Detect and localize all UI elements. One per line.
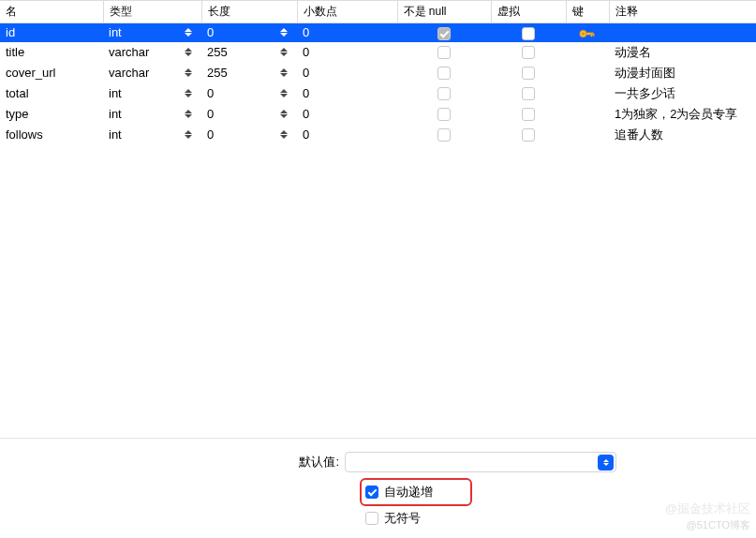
cell-key[interactable] xyxy=(566,125,609,145)
cell-length[interactable]: 0 xyxy=(201,125,297,145)
virtual-checkbox[interactable] xyxy=(522,46,535,59)
unsigned-checkbox[interactable] xyxy=(365,512,378,525)
cell-comment[interactable]: 动漫名 xyxy=(609,42,756,63)
cell-name[interactable]: total xyxy=(0,83,103,104)
cell-virtual xyxy=(491,83,566,104)
length-stepper-icon[interactable] xyxy=(280,45,289,58)
cell-notnull xyxy=(397,125,491,145)
cell-key[interactable] xyxy=(566,23,609,42)
length-stepper-icon[interactable] xyxy=(280,25,289,38)
cell-comment[interactable]: 追番人数 xyxy=(609,125,756,145)
table-row[interactable]: typeint001为独家，2为会员专享 xyxy=(0,104,756,125)
cell-name[interactable]: cover_url xyxy=(0,63,103,83)
watermark-text-2: @掘金技术社区 xyxy=(665,501,750,517)
fields-table: 名 类型 长度 小数点 不是 null 虚拟 键 注释 idint00title… xyxy=(0,0,756,145)
type-stepper-icon[interactable] xyxy=(185,107,194,120)
cell-decimal[interactable]: 0 xyxy=(297,104,397,125)
table-row[interactable]: titlevarchar2550动漫名 xyxy=(0,42,756,63)
notnull-checkbox[interactable] xyxy=(437,108,451,121)
cell-notnull xyxy=(397,104,491,125)
length-value: 255 xyxy=(207,66,228,80)
cell-type[interactable]: int xyxy=(103,104,201,125)
cell-key[interactable] xyxy=(566,42,609,63)
notnull-checkbox[interactable] xyxy=(437,67,451,80)
notnull-checkbox[interactable] xyxy=(437,46,451,59)
header-key[interactable]: 键 xyxy=(566,1,609,23)
cell-name[interactable]: type xyxy=(0,104,103,125)
header-comment[interactable]: 注释 xyxy=(609,1,756,23)
virtual-checkbox[interactable] xyxy=(522,108,535,121)
table-row[interactable]: idint00 xyxy=(0,23,756,42)
cell-virtual xyxy=(491,125,566,145)
length-stepper-icon[interactable] xyxy=(280,86,289,99)
cell-key[interactable] xyxy=(566,63,609,83)
cell-decimal[interactable]: 0 xyxy=(297,125,397,145)
table-row[interactable]: totalint00一共多少话 xyxy=(0,83,756,104)
cell-type[interactable]: int xyxy=(103,125,201,145)
notnull-checkbox[interactable] xyxy=(437,27,451,40)
virtual-checkbox[interactable] xyxy=(522,67,535,80)
table-row[interactable]: cover_urlvarchar2550动漫封面图 xyxy=(0,63,756,83)
cell-key[interactable] xyxy=(566,83,609,104)
header-notnull[interactable]: 不是 null xyxy=(397,1,491,23)
virtual-checkbox[interactable] xyxy=(522,128,535,142)
default-value-dropdown[interactable] xyxy=(345,452,616,472)
cell-length[interactable]: 255 xyxy=(201,63,297,83)
header-decimal[interactable]: 小数点 xyxy=(297,1,397,23)
field-detail-panel: 默认值: 自动递增 无符号 xyxy=(0,438,756,538)
cell-comment[interactable] xyxy=(609,23,756,42)
type-value: int xyxy=(109,107,122,121)
virtual-checkbox[interactable] xyxy=(522,27,535,40)
cell-type[interactable]: varchar xyxy=(103,42,201,63)
unsigned-label: 无符号 xyxy=(384,510,421,527)
cell-comment[interactable]: 动漫封面图 xyxy=(609,63,756,83)
header-type[interactable]: 类型 xyxy=(103,1,201,23)
type-stepper-icon[interactable] xyxy=(185,127,194,141)
cell-length[interactable]: 0 xyxy=(201,23,297,42)
type-stepper-icon[interactable] xyxy=(185,45,194,58)
cell-type[interactable]: int xyxy=(103,23,201,42)
cell-name[interactable]: id xyxy=(0,23,103,42)
table-header-row: 名 类型 长度 小数点 不是 null 虚拟 键 注释 xyxy=(0,1,756,23)
cell-name[interactable]: title xyxy=(0,42,103,63)
cell-key[interactable] xyxy=(566,104,609,125)
cell-length[interactable]: 0 xyxy=(201,83,297,104)
cell-decimal[interactable]: 0 xyxy=(297,42,397,63)
svg-rect-3 xyxy=(591,34,593,36)
cell-decimal[interactable]: 0 xyxy=(297,83,397,104)
header-name[interactable]: 名 xyxy=(0,1,103,23)
auto-increment-label: 自动递增 xyxy=(384,484,433,501)
type-value: int xyxy=(109,127,122,142)
cell-virtual xyxy=(491,42,566,63)
length-stepper-icon[interactable] xyxy=(280,107,289,120)
type-value: varchar xyxy=(109,66,149,80)
virtual-checkbox[interactable] xyxy=(522,87,535,100)
length-value: 0 xyxy=(207,86,214,100)
cell-name[interactable]: follows xyxy=(0,125,103,145)
type-stepper-icon[interactable] xyxy=(185,66,194,79)
length-stepper-icon[interactable] xyxy=(280,66,289,79)
primary-key-icon xyxy=(579,25,596,39)
cell-comment[interactable]: 1为独家，2为会员专享 xyxy=(609,104,756,125)
cell-virtual xyxy=(491,23,566,42)
notnull-checkbox[interactable] xyxy=(437,128,451,142)
cell-length[interactable]: 0 xyxy=(201,104,297,125)
cell-decimal[interactable]: 0 xyxy=(297,63,397,83)
cell-length[interactable]: 255 xyxy=(201,42,297,63)
header-length[interactable]: 长度 xyxy=(201,1,297,23)
cell-comment[interactable]: 一共多少话 xyxy=(609,83,756,104)
header-virtual[interactable]: 虚拟 xyxy=(491,1,566,23)
dropdown-caret-icon xyxy=(598,455,614,471)
cell-type[interactable]: int xyxy=(103,83,201,104)
cell-decimal[interactable]: 0 xyxy=(297,23,397,42)
auto-increment-checkbox[interactable] xyxy=(365,486,378,499)
length-stepper-icon[interactable] xyxy=(280,127,289,141)
cell-notnull xyxy=(397,83,491,104)
default-value-label: 默认值: xyxy=(290,454,339,471)
type-value: int xyxy=(109,25,122,39)
notnull-checkbox[interactable] xyxy=(437,87,451,100)
table-row[interactable]: followsint00追番人数 xyxy=(0,125,756,145)
type-stepper-icon[interactable] xyxy=(185,25,194,38)
cell-type[interactable]: varchar xyxy=(103,63,201,83)
type-stepper-icon[interactable] xyxy=(185,86,194,99)
